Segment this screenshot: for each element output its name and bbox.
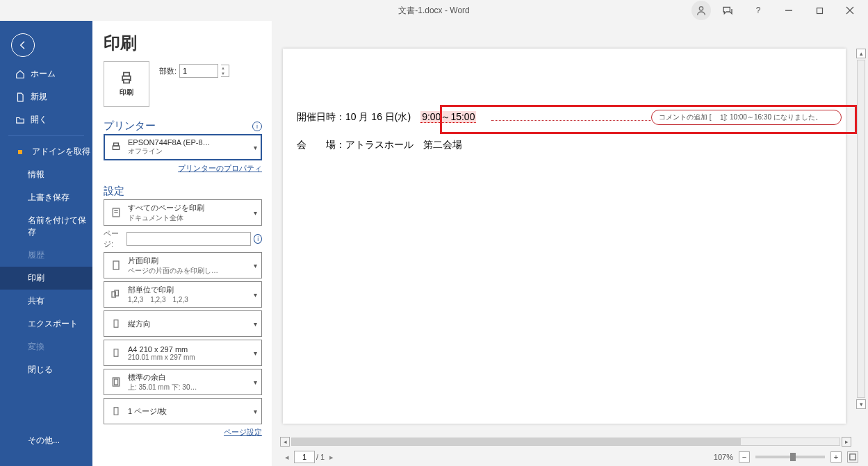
svg-rect-17 [114, 349, 118, 357]
comment-connector-line [491, 120, 651, 121]
zoom-in-button[interactable]: + [830, 451, 842, 463]
sidebar-item-open[interactable]: 開く [0, 108, 92, 131]
print-preview-area: 開催日時：10 月 16 日(水) 9:00～15:00 会 場：アトラスホール… [272, 21, 868, 466]
minimize-button[interactable] [775, 1, 803, 19]
sidebar-label: 開く [31, 114, 47, 126]
chevron-down-icon: ▾ [254, 262, 257, 269]
comment-balloon[interactable]: コメントの追加 [ 1 ]: 10:00～16:30 になりました。 [651, 110, 842, 125]
zoom-slider[interactable] [755, 456, 825, 458]
sidebar-label: 上書き保存 [28, 192, 69, 203]
doc-date-label: 開催日時：10 月 16 日(水) [297, 111, 411, 122]
coming-soon-icon[interactable] [714, 1, 742, 19]
print-range-combo[interactable]: すべてのページを印刷ドキュメント全体 ▾ [104, 199, 262, 226]
pages-input[interactable] [126, 232, 251, 246]
scroll-track[interactable] [291, 438, 840, 446]
comment-number: 1 [712, 114, 724, 122]
print-tile-label: 印刷 [120, 88, 133, 97]
chevron-down-icon: ▾ [254, 291, 257, 299]
sidebar-label: 閉じる [28, 364, 53, 376]
pages-per-sheet-combo[interactable]: 1 ページ/枚 ▾ [104, 398, 262, 424]
pages-icon [108, 205, 124, 220]
scroll-left-button[interactable]: ◂ [280, 437, 290, 447]
sidebar-item-close[interactable]: 閉じる [0, 358, 92, 381]
page-number-input[interactable] [294, 451, 315, 463]
sidebar-item-other[interactable]: その他... [0, 429, 92, 452]
panel-heading: 印刷 [104, 32, 262, 54]
sidebar-label: 名前を付けて保存 [28, 215, 92, 238]
zoom-out-button[interactable]: − [739, 451, 750, 463]
printer-name: EPSON744F8A (EP-8… [128, 138, 254, 147]
svg-point-0 [699, 7, 703, 10]
sidebar-label: 印刷 [28, 272, 44, 284]
info-icon[interactable]: i [254, 234, 262, 244]
scroll-up-button[interactable]: ▴ [856, 49, 866, 58]
svg-rect-13 [113, 261, 119, 269]
sidebar-label: 情報 [28, 169, 44, 181]
svg-rect-2 [817, 8, 822, 13]
sides-combo[interactable]: 片面印刷ページの片面のみを印刷し… ▾ [104, 252, 262, 278]
orientation-combo[interactable]: 縦方向 ▾ [104, 310, 262, 337]
account-icon[interactable] [691, 1, 711, 20]
scroll-track[interactable] [857, 60, 865, 398]
svg-rect-19 [114, 379, 117, 385]
printer-properties-link[interactable]: プリンターのプロパティ [104, 163, 262, 174]
prev-page-button[interactable]: ◂ [281, 451, 293, 463]
doc-time-highlight: 9:00～15:00 [420, 111, 476, 123]
zoom-level: 107% [714, 453, 733, 461]
sidebar-item-getaddins[interactable]: アドインを取得 [0, 140, 92, 163]
printer-combo[interactable]: EPSON744F8A (EP-8…オフライン ▾ [104, 134, 262, 160]
help-icon[interactable]: ? [744, 1, 772, 19]
sidebar-item-saveas[interactable]: 名前を付けて保存 [0, 209, 92, 244]
scroll-down-button[interactable]: ▾ [856, 399, 866, 409]
collate-combo[interactable]: 部単位で印刷1,2,3 1,2,3 1,2,3 ▾ [104, 281, 262, 308]
svg-rect-16 [114, 320, 118, 328]
sidebar-item-share[interactable]: 共有 [0, 290, 92, 313]
svg-rect-7 [124, 80, 129, 83]
paper-size-combo[interactable]: A4 210 x 297 mm210.01 mm x 297 mm ▾ [104, 340, 262, 366]
portrait-icon [108, 316, 124, 331]
comment-prefix: コメントの追加 [ [659, 113, 712, 122]
scroll-right-button[interactable]: ▸ [842, 437, 851, 447]
fit-to-window-button[interactable] [847, 451, 858, 463]
horizontal-scrollbar[interactable]: ◂ ▸ [280, 437, 851, 447]
sidebar-item-export[interactable]: エクスポート [0, 313, 92, 335]
margins-combo[interactable]: 標準の余白上: 35.01 mm 下: 30… ▾ [104, 369, 262, 395]
settings-section-title: 設定 [104, 185, 262, 198]
sidebar-item-print[interactable]: 印刷 [0, 267, 92, 290]
copies-spinner[interactable]: ▲▼ [221, 65, 229, 77]
sidebar-item-save[interactable]: 上書き保存 [0, 186, 92, 209]
backstage-sidebar: ホーム 新規 開く アドインを取得 情報 上書き保存 名前を付けて保存 履歴 印… [0, 21, 92, 466]
sidebar-item-history: 履歴 [0, 244, 92, 267]
copies-input[interactable] [179, 64, 218, 78]
chevron-down-icon: ▾ [254, 144, 257, 151]
comment-text: ]: 10:00～16:30 になりました。 [724, 113, 822, 122]
printer-icon [108, 140, 124, 155]
maximize-button[interactable] [805, 1, 833, 19]
scroll-thumb[interactable] [292, 438, 741, 445]
preview-page: 開催日時：10 月 16 日(水) 9:00～15:00 会 場：アトラスホール… [283, 49, 846, 424]
oneside-icon [108, 258, 124, 273]
sidebar-item-home[interactable]: ホーム [0, 63, 92, 85]
zoom-thumb[interactable] [790, 453, 796, 461]
svg-rect-8 [113, 146, 119, 149]
title-bar: 文書-1.docx - Word ? [0, 0, 868, 21]
next-page-button[interactable]: ▸ [326, 451, 337, 463]
chevron-down-icon: ▾ [254, 320, 257, 328]
preview-status-bar: ◂ / 1 ▸ 107% − + [272, 448, 868, 466]
pages-label: ページ: [104, 228, 124, 249]
sidebar-label: 変換 [28, 341, 44, 353]
margin-icon [108, 374, 124, 390]
chevron-down-icon: ▾ [254, 408, 257, 415]
print-button[interactable]: 印刷 [104, 61, 149, 107]
sidebar-label: その他... [28, 435, 60, 447]
back-button[interactable] [11, 33, 35, 57]
sidebar-item-info[interactable]: 情報 [0, 163, 92, 186]
sidebar-item-new[interactable]: 新規 [0, 85, 92, 108]
vertical-scrollbar[interactable]: ▴ ▾ [855, 49, 867, 409]
sidebar-label: アドインを取得 [32, 146, 90, 158]
paper-icon [108, 345, 124, 360]
info-icon[interactable]: i [252, 122, 262, 131]
sidebar-item-transform: 変換 [0, 335, 92, 358]
close-window-button[interactable] [836, 1, 864, 19]
page-setup-link[interactable]: ページ設定 [104, 427, 262, 438]
